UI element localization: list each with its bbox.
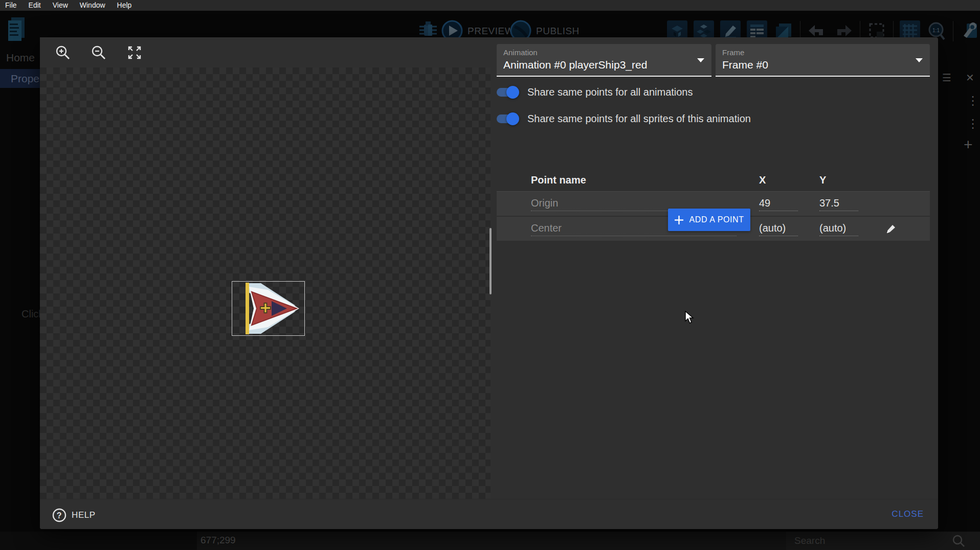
point-x-field[interactable]: 49 bbox=[759, 197, 798, 211]
menu-help[interactable]: Help bbox=[117, 0, 138, 11]
menu-view[interactable]: View bbox=[53, 0, 74, 11]
frame-select[interactable]: Frame Frame #0 bbox=[716, 44, 930, 77]
point-x-field[interactable]: (auto) bbox=[759, 222, 798, 236]
zoom-out-icon[interactable] bbox=[91, 45, 106, 60]
mouse-cursor bbox=[684, 311, 696, 324]
share-points-sprites-row: Share same points for all sprites of thi… bbox=[497, 111, 751, 126]
dialog-footer: ? HELP CLOSE bbox=[40, 499, 938, 529]
help-circle-icon: ? bbox=[52, 508, 66, 522]
frame-select-value: Frame #0 bbox=[722, 59, 923, 71]
canvas-toolbar bbox=[40, 37, 491, 67]
share-points-animations-row: Share same points for all animations bbox=[497, 84, 693, 100]
pencil-icon bbox=[885, 223, 897, 235]
help-button[interactable]: ? HELP bbox=[48, 506, 100, 524]
menu-file[interactable]: File bbox=[5, 0, 23, 11]
share-points-animations-label: Share same points for all animations bbox=[527, 86, 693, 98]
point-y-field[interactable]: 37.5 bbox=[819, 197, 858, 211]
add-point-label: ADD A POINT bbox=[689, 215, 744, 224]
edit-point-button[interactable] bbox=[883, 221, 899, 237]
animation-select-label: Animation bbox=[503, 48, 704, 57]
points-table-header: Point name X Y bbox=[497, 168, 930, 192]
frame-select-label: Frame bbox=[722, 48, 923, 57]
menu-edit[interactable]: Edit bbox=[29, 0, 47, 11]
point-y-field[interactable]: (auto) bbox=[819, 222, 858, 236]
plus-icon bbox=[674, 215, 684, 225]
share-points-sprites-toggle[interactable] bbox=[497, 114, 518, 123]
animation-select-value: Animation #0 playerShip3_red bbox=[503, 59, 704, 71]
header-y: Y bbox=[819, 174, 826, 186]
menu-window[interactable]: Window bbox=[80, 0, 111, 11]
zoom-in-icon[interactable] bbox=[55, 45, 71, 60]
add-point-button[interactable]: ADD A POINT bbox=[668, 209, 750, 231]
close-button[interactable]: CLOSE bbox=[889, 508, 926, 520]
app-window: Home Proper Click PREVIEW bbox=[0, 0, 980, 550]
header-point-name: Point name bbox=[531, 174, 586, 186]
toggle-thumb bbox=[506, 112, 519, 125]
header-x: X bbox=[759, 174, 766, 186]
question-glyph: ? bbox=[57, 511, 62, 520]
menu-bar: File Edit View Window Help bbox=[0, 0, 980, 11]
player-ship-sprite bbox=[232, 282, 304, 335]
toggle-thumb bbox=[506, 86, 519, 99]
share-points-animations-toggle[interactable] bbox=[497, 88, 518, 97]
sprite-canvas[interactable] bbox=[40, 67, 491, 499]
chevron-down-icon bbox=[697, 58, 704, 62]
animation-select[interactable]: Animation Animation #0 playerShip3_red bbox=[497, 44, 711, 77]
edit-points-dialog: Animation Animation #0 playerShip3_red F… bbox=[40, 37, 938, 529]
share-points-sprites-label: Share same points for all sprites of thi… bbox=[527, 113, 751, 125]
chevron-down-icon bbox=[916, 58, 923, 62]
panel-splitter-handle[interactable] bbox=[489, 228, 492, 294]
sprite-bounding-box[interactable] bbox=[232, 281, 305, 336]
help-label: HELP bbox=[72, 510, 96, 520]
fit-to-screen-icon[interactable] bbox=[127, 45, 142, 60]
